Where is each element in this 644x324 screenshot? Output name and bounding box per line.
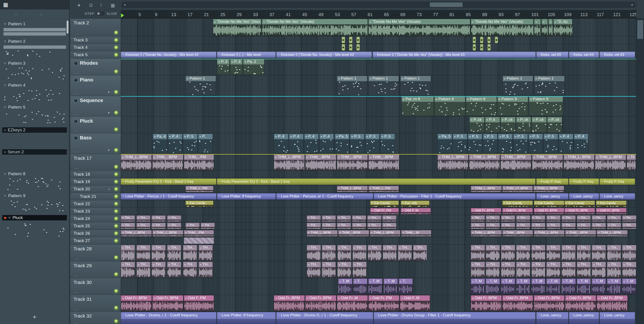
pattern-item-pattern-2[interactable]: ≡Pattern 2 <box>2 39 67 58</box>
track-header-pluck[interactable]: Pluck... <box>70 117 121 133</box>
clip-th[interactable]: »TH.. <box>501 223 515 229</box>
track-header-piano[interactable]: Piano...▾ <box>70 75 121 96</box>
playlist-lane-track-27[interactable] <box>121 237 636 245</box>
clip-odd[interactable]: »Odd Fr..BPM <box>565 295 596 311</box>
pattern-item-pattern-5[interactable]: ≡Pattern 5 <box>2 105 67 124</box>
track-enable-led[interactable] <box>114 180 118 183</box>
step-slide-toggle[interactable] <box>96 12 104 16</box>
clip-thm[interactable]: »THM_..BPM <box>152 154 183 170</box>
clip-ear[interactable]: ≡Ear Candy <box>564 200 595 207</box>
clip-tm[interactable]: »T..M <box>384 278 398 294</box>
pattern-item-ezkeys-2[interactable]: ●EZkeys 2 <box>2 127 67 147</box>
clip-philter[interactable]: ~Love Philter - Drums..r 1 - Cutoff freq… <box>121 312 216 324</box>
clip-philter[interactable]: ~Love..uency <box>569 312 599 324</box>
clip-odd[interactable]: »Odd Fr..M <box>337 295 368 311</box>
clip-kick[interactable]: ~Kickstart 2 (“Donde No Me Ves” (Vocals)… <box>372 52 536 58</box>
clip-patb[interactable]: ≡Pattern 1 <box>337 76 368 95</box>
clip-thm[interactable]: »THM_L..BPM <box>596 230 628 236</box>
track-enable-led[interactable] <box>114 202 118 206</box>
clip-patg[interactable]: ≡P..ck <box>500 117 516 133</box>
clip-thm[interactable]: »THM_..M <box>401 230 431 236</box>
clip-thm[interactable]: »THM_L..BPM <box>471 186 502 192</box>
clip-th[interactable]: »TH.. <box>322 261 336 277</box>
collapse-arrow-icon[interactable]: ▲ <box>108 188 110 190</box>
clip-th[interactable]: »TH.. <box>516 223 530 229</box>
clip-th[interactable]: »TH.. <box>501 261 515 277</box>
clip-patg[interactable]: ≡P..k <box>485 117 500 133</box>
clip-bass[interactable]: ≡P..4 <box>168 134 183 153</box>
pattern-item-pluck[interactable]: ▶≡Pluck <box>2 215 67 237</box>
clip-odd[interactable]: »Odd Fr..BPM <box>121 295 152 311</box>
track-header-track-26[interactable]: Track 26 <box>70 230 121 237</box>
song-start-marker-icon[interactable] <box>121 14 124 18</box>
clip-th[interactable]: »TH.. <box>167 261 181 277</box>
playlist-lane-track-22[interactable]: ≡Ear Candy≡Ear Candy≡Ear..ndy≡Ear Candy≡… <box>121 200 636 208</box>
clip-th[interactable]: »TH.. <box>592 245 606 261</box>
grid-view-icon[interactable]: ▦ <box>111 3 115 8</box>
clip-bass[interactable]: ≡Pa..5 <box>335 134 350 153</box>
clip-thm[interactable]: »THM_L..BPM <box>564 154 594 170</box>
track-enable-led[interactable] <box>114 173 118 176</box>
instrument-channel-icon[interactable] <box>74 136 78 140</box>
clip-bass[interactable]: ≡P..4 <box>319 134 334 153</box>
instrument-channel-icon[interactable] <box>74 61 78 65</box>
clip-th[interactable]: »TH.. <box>546 223 560 229</box>
clip-th[interactable]: »TH.. <box>562 245 576 261</box>
clip-odd[interactable]: »Odd Fr..BPM <box>502 208 533 214</box>
playlist-lane-track-19[interactable]: ~Fruity Parametric EQ 2 - Kick - Band 1 … <box>121 178 636 185</box>
playlist-lane-sequence[interactable]: ≡Pat..rn 8≡Pattern 8≡Pattern 9≡Pattern 9… <box>121 96 636 117</box>
clip-th[interactable]: »TH.. <box>198 261 213 277</box>
clip-th[interactable]: »TH.. <box>562 215 576 222</box>
clip-tm[interactable]: »T..M <box>338 278 352 294</box>
track-enable-led[interactable] <box>114 46 118 49</box>
playlist-lane-track-4[interactable] <box>121 44 636 51</box>
clip-bass[interactable]: ≡P..4 <box>558 134 573 153</box>
clip-vocal[interactable]: » <box>534 19 541 36</box>
clip-vocal[interactable]: »“Donde No Me Ves” (Vocals) <box>368 19 470 36</box>
clip-tm[interactable]: »T..M <box>501 278 515 294</box>
clip-th[interactable]: »TH.. <box>486 223 500 229</box>
clip-philter[interactable]: ~Love Philter..ff frequency <box>217 193 276 200</box>
clip-vocal[interactable]: »“Donde No Me Ves” (Vocals) <box>262 19 368 36</box>
clip-philter[interactable]: ~Love Philter - Percuss..er 1 - Cutoff f… <box>276 193 373 200</box>
clip-th[interactable]: »TH.. <box>367 223 382 229</box>
clip-patg[interactable]: ≡P..ck <box>532 117 547 133</box>
clip-th[interactable]: »TH.. <box>607 215 621 222</box>
add-pattern-button[interactable]: + <box>30 313 39 321</box>
clip-th[interactable]: »TH.. <box>471 215 485 222</box>
clip-patg[interactable]: ≡Pattern 8 <box>434 96 465 116</box>
clip-thm[interactable]: »THM_..BPM <box>338 230 369 236</box>
clip-thm[interactable]: »THM_L..PM <box>185 186 214 192</box>
clip-odd[interactable]: »Odd Fr..BPM <box>534 295 565 311</box>
clip-mute[interactable] <box>184 237 214 244</box>
clip-th[interactable]: »TH.. <box>622 215 636 222</box>
clip-th[interactable]: »TH.. <box>471 261 485 277</box>
clip-th[interactable]: »TH.. <box>592 261 606 277</box>
clip-fruity[interactable]: ~Fruity Parametric EQ 2 - Kick - Band 1 … <box>121 178 216 185</box>
clip-bass[interactable]: ≡P..5 <box>528 134 543 153</box>
clip-bass[interactable]: ≡P..5 <box>350 134 365 153</box>
clip-mini[interactable] <box>342 44 345 51</box>
clip-odd[interactable]: »Odd Fr..PM <box>368 295 399 311</box>
clip-philter[interactable]: ~Love Philter - Drums G..r 1 - Cutoff fr… <box>276 312 373 324</box>
clip-bass[interactable]: ≡P..5 <box>468 134 482 153</box>
clip-th[interactable]: »TH.. <box>622 245 636 261</box>
clip-bass[interactable]: ≡P..4 <box>274 134 288 153</box>
clip-th[interactable]: »TH.. <box>622 261 636 277</box>
clip-odd[interactable]: »Odd Fr..BPM <box>596 295 628 311</box>
clip-th[interactable]: »TH.. <box>577 261 591 277</box>
clip-patg[interactable]: ≡Pat..rn 8 <box>402 96 434 116</box>
clip-th[interactable]: »TH.. <box>382 223 396 229</box>
track-enable-led[interactable] <box>114 111 118 114</box>
brush-icon[interactable]: ▱ <box>39 12 42 17</box>
clip-bass[interactable]: ≡P..5 <box>452 134 467 153</box>
clip-th[interactable]: »TH.. <box>337 245 352 261</box>
clip-th[interactable]: »TH.. <box>382 245 397 261</box>
clip-ear[interactable]: ≡Ear Candy <box>596 200 626 207</box>
clip-tm[interactable]: »T..M <box>592 278 606 294</box>
clip-mini[interactable] <box>488 37 491 43</box>
clip-patg[interactable]: ≡P..ck <box>469 117 484 133</box>
clip-patg[interactable]: ≡P..3 <box>217 59 230 75</box>
vertical-scrollbar[interactable] <box>636 0 644 324</box>
playlist-lane-bass[interactable]: ≡Pa..4≡P..4≡P..5≡P..≡P..4≡P..4≡P..4≡P..4… <box>121 133 636 154</box>
